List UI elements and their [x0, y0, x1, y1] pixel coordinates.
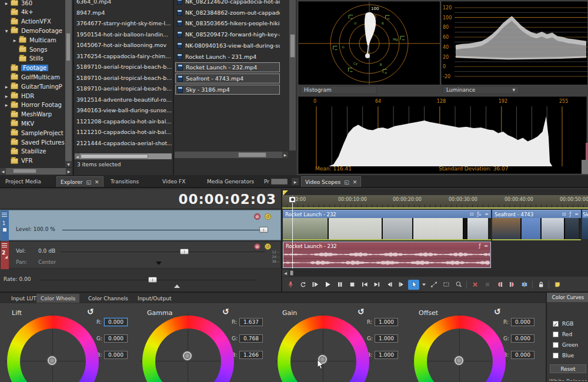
media-item[interactable]: Rocket Launch - 232.mp4	[175, 62, 280, 72]
folder-item-mkv[interactable]: MKV	[0, 119, 65, 128]
folder-item-4k-[interactable]: 4k+	[0, 8, 65, 17]
file-item[interactable]: 1950154-hot-air-balloon-landin...	[76, 29, 172, 39]
file-item[interactable]: 2121444-cappadocia-aerial-shot...	[76, 138, 172, 148]
wheel-puck[interactable]	[48, 356, 56, 365]
scroll-left-button[interactable]: ◀	[282, 270, 289, 276]
wheel-reset-button[interactable]: ↺	[358, 307, 365, 316]
track-mute-icon[interactable]: ⊘	[254, 213, 260, 220]
go-to-start-button[interactable]	[359, 280, 370, 290]
timeline-hscrollbar[interactable]: ◀	[282, 270, 588, 276]
pan-crop-icon[interactable]: ⊡	[470, 212, 474, 217]
stop-button[interactable]	[346, 280, 358, 290]
selection-edit-tool-button[interactable]	[440, 280, 452, 290]
track-menu-icon[interactable]	[2, 213, 7, 217]
insert-marker-button[interactable]	[552, 280, 563, 290]
b-value-field[interactable]: 1.000	[375, 351, 398, 359]
folder-tree-vscrollbar[interactable]: ▼	[65, 0, 72, 167]
play-from-start-button[interactable]	[309, 280, 320, 290]
scroll-thumb[interactable]	[13, 169, 36, 173]
track-expand-triangle[interactable]	[5, 256, 8, 259]
tree-expander-icon[interactable]: ▶	[4, 103, 9, 107]
file-item[interactable]: 1121210-cappadocia-hot-air-bal...	[76, 127, 172, 137]
record-button[interactable]	[285, 280, 296, 290]
vol-slider-track[interactable]	[61, 252, 265, 252]
media-item[interactable]: Seafront - 4743.mp4	[175, 73, 280, 83]
file-item[interactable]: 8947.mp4	[76, 8, 172, 18]
folder-item-saved-pictures[interactable]: Saved Pictures	[0, 138, 65, 147]
delete-button[interactable]	[469, 280, 480, 290]
normal-edit-tool-button[interactable]	[408, 280, 419, 290]
dock-tab-project-media[interactable]: Project Media	[2, 176, 45, 187]
r-value-field[interactable]: 1.000	[375, 318, 398, 326]
video-clip-rocket[interactable]: Rocket Launch - 232 ⊡ ƒ▪ ≡	[283, 210, 491, 240]
dock-tab-pr[interactable]: Pr	[260, 176, 273, 187]
file-item[interactable]: 3940163-view-ball-during-sunse...	[76, 105, 172, 115]
scroll-thumb[interactable]	[290, 270, 293, 276]
color-tab-color-channels[interactable]: Color Channels	[84, 294, 132, 303]
folder-item-guitartuningp[interactable]: ▶GuitarTuningP	[0, 82, 65, 91]
tree-expander-icon[interactable]: ▶	[4, 1, 9, 5]
folder-item-vfr[interactable]: VFR	[0, 156, 65, 166]
scroll-left-button[interactable]: ◀	[75, 153, 80, 159]
vol-slider-handle[interactable]	[180, 249, 189, 254]
media-item[interactable]: Sky - 3186.mp4	[175, 85, 280, 95]
loop-playback-button[interactable]	[297, 280, 308, 290]
folder-item-360[interactable]: ▶360	[0, 0, 65, 8]
green-checkbox[interactable]	[553, 342, 559, 348]
clip-fx-icon[interactable]: ƒ	[479, 243, 480, 249]
scroll-right-button[interactable]: ▶	[282, 152, 288, 158]
dock-tab-media-generators[interactable]: Media Generators	[203, 176, 258, 187]
scroll-right-button[interactable]: ▶	[66, 168, 72, 175]
vol-value[interactable]: 0.0 dB	[38, 248, 55, 254]
dock-tab-transitions[interactable]: Transitions	[107, 176, 142, 187]
go-to-end-button[interactable]	[371, 280, 382, 290]
track-mute-icon[interactable]: ⊘	[254, 243, 260, 250]
dock-tab-scroll-right[interactable]: ▶	[292, 178, 299, 185]
folder-item-horror-footag[interactable]: ▶Horror Footag	[0, 100, 65, 110]
r-value-field[interactable]: 0.000	[104, 318, 128, 326]
envelope-edit-tool-button[interactable]	[428, 280, 439, 290]
b-value-field[interactable]: 0.000	[104, 351, 128, 359]
lock-button[interactable]	[535, 280, 546, 290]
playhead-line[interactable]	[292, 196, 293, 269]
curve-option-green[interactable]: Green	[553, 342, 578, 348]
tree-expander-icon[interactable]: ▶	[12, 38, 18, 42]
b-value-field[interactable]: 1.266	[239, 351, 263, 359]
wheel-reset-button[interactable]: ↺	[87, 307, 94, 316]
clip-fx-icon[interactable]: ƒ	[569, 212, 571, 217]
media-list-vscrollbar[interactable]	[289, 0, 296, 150]
g-value-field[interactable]: 0.000	[511, 334, 534, 343]
clip-title-bar[interactable]: Rocket Launch - 232 ⊡ ƒ▪ ≡	[283, 210, 491, 218]
scroll-thumb[interactable]	[290, 34, 295, 58]
level-slider-track[interactable]	[62, 230, 266, 230]
folder-item-stabilize[interactable]: Stabilize	[0, 147, 65, 156]
tree-expander-icon[interactable]: ▼	[4, 29, 9, 33]
blue-checkbox[interactable]	[553, 353, 559, 358]
file-item[interactable]: 1045067-hot-air-ballooning.mov	[76, 40, 172, 50]
clip-title-bar[interactable]: Sky -	[582, 210, 588, 218]
scroll-thumb[interactable]	[81, 154, 148, 159]
file-item[interactable]: 5189710-aerial-tropical-beach-b...	[76, 83, 172, 93]
close-icon[interactable]: ✕	[95, 179, 99, 185]
file-item[interactable]: 3912514-adventure-beautiful-ro...	[76, 95, 172, 105]
track-automation-icon[interactable]: ↺	[265, 243, 271, 250]
rgb-checkbox[interactable]: ✓	[553, 321, 559, 327]
close-icon[interactable]: ✕	[353, 179, 358, 185]
scroll-down-button[interactable]: ▼	[65, 161, 72, 167]
color-curves-header[interactable]: Color Curves	[547, 293, 588, 302]
disabled-tool-button[interactable]	[482, 280, 493, 290]
folder-item-multicam[interactable]: ▶Multicam	[0, 35, 65, 45]
trim-end-button[interactable]	[506, 280, 517, 290]
g-value-field[interactable]: 1.000	[375, 334, 398, 343]
audio-track-header[interactable]: 2 Vol: 0.0 dB Pan: Center ⊘ ↺ 12 –24 –36…	[0, 241, 281, 269]
left-scope-selector[interactable]: Histogram	[300, 86, 377, 94]
playhead-marker[interactable]	[289, 196, 296, 203]
folder-item-actionvfx[interactable]: ActionVFX	[0, 17, 65, 26]
scroll-thumb[interactable]	[238, 152, 266, 158]
media-item[interactable]: NK_085209472-forward-high-key-aeria...	[175, 29, 280, 39]
curve-option-blue[interactable]: Blue	[553, 353, 574, 358]
folder-item-demofootage[interactable]: ▼DemoFootage	[0, 26, 65, 35]
media-item[interactable]: NK_082384862-zoom-out-cappadocia-...	[175, 8, 280, 18]
media-item[interactable]: NK-080940163-view-ball-during-sunse...	[175, 41, 280, 51]
red-checkbox[interactable]	[553, 331, 559, 337]
